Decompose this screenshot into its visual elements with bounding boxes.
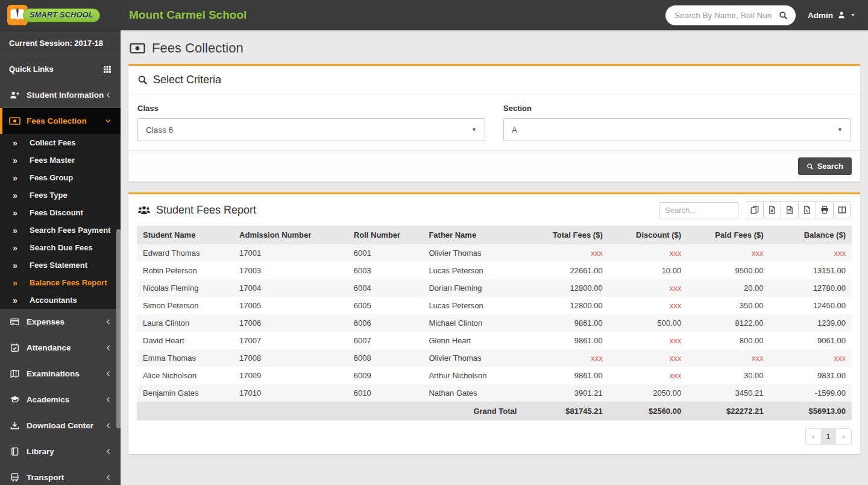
cell-balance: xxx [770,244,852,262]
cell-discount: xxx [609,367,687,384]
sidebar-nav: Expenses Attendance Examinations Academi… [0,309,121,485]
sidebar-item[interactable]: Academics [0,387,121,413]
double-angle-right-icon: » [13,226,24,235]
cell-balance: 13151.00 [770,262,852,279]
table-row: Laura Clinton 17006 6006 Michael Clinton… [137,314,852,332]
sidebar-item-label: Fees Collection [27,116,87,125]
cell-roll-number: 6006 [348,314,423,332]
admin-label: Admin [808,11,833,20]
search-button[interactable]: Search [798,157,852,175]
cell-father-name: Lucas Peterson [423,297,523,314]
chevron-left-icon [105,319,112,325]
sidebar-scrollbar[interactable] [116,229,121,428]
pagination: ‹ 1 › [128,420,860,454]
column-header[interactable]: Total Fees ($) [523,226,608,244]
submenu-item[interactable]: » Search Fees Payment [0,221,121,239]
submenu-item[interactable]: » Search Due Fees [0,239,121,256]
sidebar-item-fees-collection[interactable]: Fees Collection [0,108,121,134]
cell-balance: 9831.00 [770,367,852,384]
cell-roll-number: 6010 [348,384,423,402]
global-search-input[interactable] [673,10,779,21]
current-session: Current Session: 2017-18 [0,30,121,56]
cell-paid-fees: 20.00 [687,279,769,297]
class-select[interactable]: Class 6 ▼ [137,118,485,141]
cell-balance: 12450.00 [770,297,852,314]
pagination-page-1[interactable]: 1 [821,429,836,444]
column-header[interactable]: Father Name [423,226,523,244]
cell-father-name: Glenn Heart [423,332,523,349]
column-header[interactable]: Paid Fees ($) [687,226,769,244]
select-criteria-panel: Select Criteria Class Class 6 ▼ Section … [128,64,860,182]
chevron-left-icon [105,396,112,403]
submenu-item[interactable]: » Fees Type [0,186,121,204]
cell-father-name: Nathan Gates [423,384,523,402]
cell-discount: xxx [609,279,687,297]
submenu-item[interactable]: » Accountants [0,291,121,309]
class-label: Class [137,104,485,113]
export-button[interactable] [746,201,764,218]
cell-father-name: Olivier Thomas [423,244,523,262]
admin-menu[interactable]: Admin [808,11,856,20]
submenu-item[interactable]: » Fees Discount [0,204,121,221]
submenu-item-label: Fees Statement [30,261,87,270]
submenu-item[interactable]: » Fees Group [0,169,121,186]
columns-icon [838,206,846,214]
cell-father-name: Lucas Peterson [423,262,523,279]
sidebar-item[interactable]: Examinations [0,361,121,387]
sidebar-item[interactable]: Expenses [0,309,121,335]
submenu-item-label: Fees Discount [30,208,83,217]
cell-paid-fees: xxx [687,349,769,367]
column-header[interactable]: Admission Number [233,226,348,244]
quick-links[interactable]: Quick Links [0,56,121,82]
double-angle-right-icon: » [13,278,24,288]
report-title: Student Fees Report [137,204,256,217]
export-button[interactable] [764,201,781,218]
sidebar-item[interactable]: Library [0,439,121,464]
export-button[interactable] [834,201,851,218]
sidebar-item[interactable]: Download Center [0,413,121,439]
cell-total-fees: 12800.00 [523,279,608,297]
section-select[interactable]: A ▼ [503,118,851,141]
sidebar-item[interactable]: Attendance [0,335,121,361]
quick-links-label: Quick Links [9,65,54,74]
column-header[interactable]: Discount ($) [609,226,687,244]
grand-total-balance: $56913.00 [770,402,852,420]
cell-total-fees: 12800.00 [523,297,608,314]
report-header: Student Fees Report [128,194,860,226]
cell-student-name: Laura Clinton [137,314,233,332]
export-button[interactable] [781,201,799,218]
pagination-next-button[interactable]: › [836,429,851,444]
report-table-wrap: Student Name Admission Number Roll Numbe… [128,226,860,420]
sidebar-item[interactable]: Transport [0,464,121,485]
chevron-left-icon [105,422,112,429]
cell-student-name: Alice Nicholson [137,367,233,384]
submenu-item[interactable]: » Balance Fees Report [0,274,121,291]
cell-roll-number: 6004 [348,279,423,297]
search-icon[interactable] [779,11,788,20]
cell-balance: 12780.00 [770,279,852,297]
app-logo[interactable]: SMART SCHOOL [0,0,121,30]
cell-paid-fees: xxx [687,244,769,262]
column-header[interactable]: Balance ($) [770,226,852,244]
sidebar-item-student-information[interactable]: Student Information [0,82,121,108]
main-content: Fees Collection Select Criteria Class Cl… [121,30,868,485]
column-header[interactable]: Roll Number [348,226,423,244]
cell-father-name: Arthur Nicholson [423,367,523,384]
chevron-left-icon [105,474,112,481]
excel-icon [768,206,776,214]
cell-admission-number: 17004 [233,279,348,297]
cell-father-name: Olivier Thomas [423,349,523,367]
export-button[interactable] [816,201,834,218]
chevron-down-icon [105,118,112,124]
table-row: Simon Peterson 17005 6005 Lucas Peterson… [137,297,852,314]
submenu-item[interactable]: » Collect Fees [0,134,121,151]
column-header[interactable]: Student Name [137,226,233,244]
submenu-item[interactable]: » Fees Statement [0,256,121,274]
submenu-item[interactable]: » Fees Master [0,151,121,169]
global-search[interactable] [665,5,796,25]
table-search-input[interactable] [659,202,738,218]
export-button[interactable] [799,201,816,218]
pagination-prev-button[interactable]: ‹ [806,429,821,444]
page-title: Fees Collection [130,40,859,56]
double-angle-right-icon: » [13,261,24,270]
